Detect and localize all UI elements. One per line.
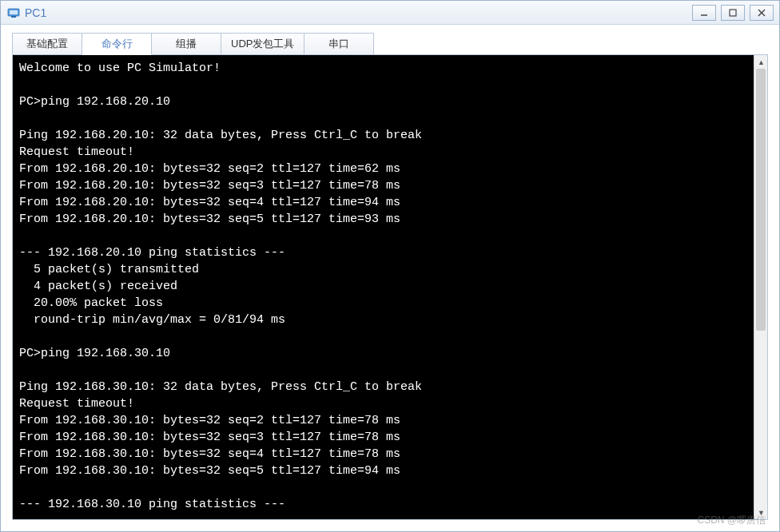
tab-serial[interactable]: 串口 [304,33,374,55]
terminal-container: Welcome to use PC Simulator! PC>ping 192… [12,54,768,520]
content-area: 基础配置 命令行 组播 UDP发包工具 串口 Welcome to use PC… [1,25,779,531]
maximize-button[interactable] [721,5,745,21]
scroll-up-arrow[interactable]: ▲ [754,55,768,69]
scroll-down-arrow[interactable]: ▼ [754,506,768,519]
app-window: PC1 基础配置 命令行 组播 UDP发包工具 串口 Welcome to us… [0,0,780,532]
svg-rect-1 [10,10,18,14]
tab-multicast[interactable]: 组播 [151,33,221,55]
scrollbar[interactable]: ▲ ▼ [754,55,767,519]
tab-bar: 基础配置 命令行 组播 UDP发包工具 串口 [12,33,768,55]
tab-basic-config[interactable]: 基础配置 [12,33,82,55]
minimize-button[interactable] [692,5,716,21]
tab-udp-tool[interactable]: UDP发包工具 [221,33,304,55]
scroll-thumb[interactable] [756,69,766,331]
app-icon [7,6,20,19]
close-button[interactable] [750,5,774,21]
terminal-output[interactable]: Welcome to use PC Simulator! PC>ping 192… [13,55,754,519]
window-title: PC1 [25,6,690,19]
svg-rect-4 [730,10,736,16]
tab-command-line[interactable]: 命令行 [82,33,152,55]
titlebar: PC1 [1,1,779,25]
svg-rect-2 [11,16,16,18]
scroll-track[interactable] [754,69,767,506]
